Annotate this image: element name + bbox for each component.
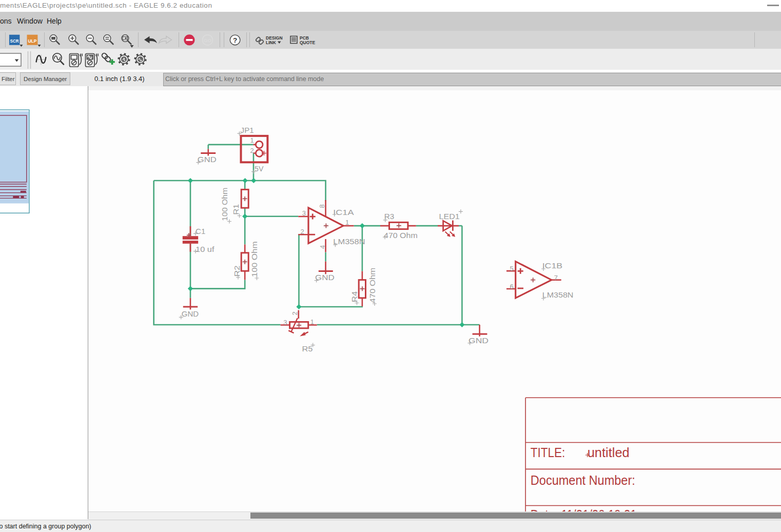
svg-text:5: 5 xyxy=(510,265,514,272)
svg-text:1: 1 xyxy=(250,136,253,144)
svg-text:10 uf: 10 uf xyxy=(196,245,214,253)
svg-text:3: 3 xyxy=(283,319,287,326)
svg-text:R3: R3 xyxy=(384,212,395,221)
svg-text:GND: GND xyxy=(468,336,489,345)
svg-text:GND: GND xyxy=(182,309,199,318)
svg-text:470 Ohm: 470 Ohm xyxy=(368,268,377,303)
svg-text:LM358N: LM358N xyxy=(542,290,574,299)
svg-text:1: 1 xyxy=(345,219,349,226)
svg-text:IC1B: IC1B xyxy=(542,261,563,270)
svg-text:470 Ohm: 470 Ohm xyxy=(384,231,418,240)
svg-text:5V: 5V xyxy=(255,164,263,173)
svg-text:C1: C1 xyxy=(196,227,205,235)
svg-text:100 Ohm: 100 Ohm xyxy=(220,188,229,221)
svg-text:8: 8 xyxy=(318,204,326,208)
svg-text:3: 3 xyxy=(302,209,306,217)
svg-text:GND: GND xyxy=(198,155,217,164)
svg-text:R2: R2 xyxy=(232,265,241,277)
svg-text:7: 7 xyxy=(554,274,558,282)
svg-text:Document Number:: Document Number: xyxy=(531,472,635,488)
svg-text:R4: R4 xyxy=(350,291,359,302)
svg-text:4: 4 xyxy=(319,245,326,249)
svg-text:2: 2 xyxy=(291,311,299,315)
svg-text:R5: R5 xyxy=(302,344,313,353)
svg-text:LM358N: LM358N xyxy=(333,237,365,246)
svg-text:R1: R1 xyxy=(231,204,240,215)
svg-text:untitled: untitled xyxy=(588,445,630,460)
svg-text:2: 2 xyxy=(250,147,253,154)
svg-text:100 Ohm: 100 Ohm xyxy=(250,241,259,277)
svg-text:IC1A: IC1A xyxy=(333,208,354,216)
svg-text:TITLE:: TITLE: xyxy=(531,445,565,460)
svg-text:1: 1 xyxy=(310,318,314,326)
svg-text:2: 2 xyxy=(300,228,304,235)
svg-text:JP1: JP1 xyxy=(241,126,254,134)
svg-text:6: 6 xyxy=(510,283,514,290)
svg-text:LED1: LED1 xyxy=(439,212,460,221)
